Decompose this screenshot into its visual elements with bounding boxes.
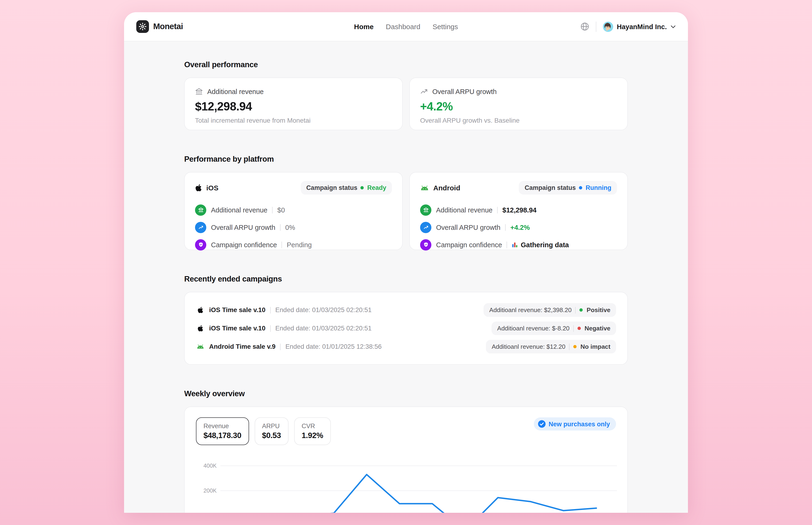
metric-value: Gathering data xyxy=(512,241,569,249)
metric-row: Campaign confidence xyxy=(420,236,617,253)
impact-label: Negative xyxy=(585,325,610,332)
status-value: Running xyxy=(586,184,611,191)
android-icon xyxy=(196,344,204,349)
apple-icon xyxy=(196,306,204,314)
nav-settings[interactable]: Settings xyxy=(432,22,458,31)
monetai-logo-icon xyxy=(136,20,149,33)
android-platform-card: Android Campaign status Running xyxy=(409,172,628,250)
section-title: Recently ended campaigns xyxy=(184,274,628,283)
campaign-row: iOS Time sale v.10 Ended date: 01/03/202… xyxy=(196,301,616,319)
metric-row: Campaign confidence Pending xyxy=(195,236,392,253)
divider xyxy=(576,307,576,313)
campaign-ended-date: Ended date: 01/03/2025 02:20:51 xyxy=(275,325,372,332)
section-title: Weekly overview xyxy=(184,389,628,398)
impact-dot xyxy=(578,327,581,330)
account-name: HayanMind Inc. xyxy=(617,23,667,30)
campaign-row: Android Time sale v.9 Ended date: 01/01/… xyxy=(196,338,616,356)
trend-up-icon xyxy=(195,222,206,233)
platform-name: iOS xyxy=(206,184,218,192)
brand-logo[interactable]: Monetai xyxy=(136,20,183,33)
trend-up-icon xyxy=(420,222,431,233)
app-window: Monetai Home Dashboard Settings xyxy=(124,12,688,513)
svg-text:400K: 400K xyxy=(203,463,217,469)
status-dot xyxy=(579,186,582,190)
metric-value: $0 xyxy=(277,206,285,214)
metric-row: Overall ARPU growth 0% xyxy=(195,219,392,236)
chevron-down-icon xyxy=(671,25,676,28)
ios-platform-card: iOS Campaign status Ready xyxy=(184,172,403,250)
metric-value: Pending xyxy=(287,241,312,249)
arpu-growth-card: Overall ARPU growth +4.2% Overall ARPU g… xyxy=(409,77,628,130)
section-title: Performance by platfrom xyxy=(184,155,628,164)
divider xyxy=(270,307,271,313)
avatar xyxy=(603,21,613,32)
shield-check-icon xyxy=(420,239,431,250)
stat-label: Overall ARPU growth xyxy=(432,88,497,95)
stat-value: $12,298.94 xyxy=(195,100,392,113)
globe-icon[interactable] xyxy=(580,22,589,31)
campaign-name: iOS Time sale v.10 xyxy=(209,325,265,332)
section-recent-campaigns: Recently ended campaigns iOS Time sale v… xyxy=(184,274,628,365)
revenue-line-chart: 0100K200K400K08/2509/0109/0809/1509/2209… xyxy=(196,456,616,513)
section-performance-by-platform: Performance by platfrom iOS xyxy=(184,155,628,250)
weekly-overview-card: Revenue $48,178.30 ARPU $0.53 CVR 1.92% xyxy=(184,407,628,513)
stat-caption: Overall ARPU growth vs. Baseline xyxy=(420,117,617,124)
main-nav: Home Dashboard Settings xyxy=(354,22,458,31)
stat-caption: Total incremental revenue from Monetai xyxy=(195,117,392,124)
metric-value: $12,298.94 xyxy=(502,206,536,214)
platform-name: Android xyxy=(433,184,460,192)
top-bar: Monetai Home Dashboard Settings xyxy=(124,12,688,41)
nav-dashboard[interactable]: Dashboard xyxy=(386,22,420,31)
header-divider xyxy=(596,21,596,32)
bar-chart-icon xyxy=(512,242,518,248)
nav-home[interactable]: Home xyxy=(354,22,373,31)
campaign-row: iOS Time sale v.10 Ended date: 01/03/202… xyxy=(196,319,616,338)
apple-icon xyxy=(195,184,202,192)
divider xyxy=(272,207,273,213)
metric-tabs: Revenue $48,178.30 ARPU $0.53 CVR 1.92% xyxy=(196,417,331,445)
bank-icon xyxy=(195,204,206,215)
section-overall-performance: Overall performance Additional r xyxy=(184,60,628,130)
impact-dot xyxy=(573,345,577,348)
main-content: Overall performance Additional r xyxy=(124,41,688,513)
new-purchases-filter[interactable]: New purchases only xyxy=(534,417,616,431)
impact-dot xyxy=(580,308,583,312)
bank-icon xyxy=(195,87,203,95)
section-title: Overall performance xyxy=(184,60,628,69)
svg-text:100K: 100K xyxy=(203,512,217,513)
metric-row: Additional revenue $0 xyxy=(195,201,392,219)
campaign-name: iOS Time sale v.10 xyxy=(209,306,265,314)
metric-row: Overall ARPU growth +4.2% xyxy=(420,219,617,236)
divider xyxy=(569,343,570,350)
metric-tab-arpu[interactable]: ARPU $0.53 xyxy=(255,417,289,445)
stat-label: Additional revenue xyxy=(207,88,264,95)
status-dot xyxy=(361,186,364,190)
metric-value: +4.2% xyxy=(510,224,530,231)
bank-icon xyxy=(420,204,431,215)
campaign-status-badge: Campaign status Ready xyxy=(301,181,392,195)
status-value: Ready xyxy=(367,184,386,191)
campaign-status-badge: Campaign status Running xyxy=(519,181,617,195)
divider xyxy=(507,241,507,248)
divider xyxy=(270,325,271,332)
campaign-name: Android Time sale v.9 xyxy=(209,343,276,350)
account-menu[interactable]: HayanMind Inc. xyxy=(603,21,676,32)
metric-tab-cvr[interactable]: CVR 1.92% xyxy=(294,417,331,445)
section-weekly-overview: Weekly overview Revenue $48,178.30 ARPU … xyxy=(184,389,628,513)
divider xyxy=(497,207,497,213)
metric-tab-revenue[interactable]: Revenue $48,178.30 xyxy=(196,417,249,445)
metric-row: Additional revenue $12,298.94 xyxy=(420,201,617,219)
svg-text:200K: 200K xyxy=(203,487,217,494)
campaign-ended-date: Ended date: 01/01/2025 12:38:56 xyxy=(286,343,382,350)
campaigns-card: iOS Time sale v.10 Ended date: 01/03/202… xyxy=(184,292,628,365)
divider xyxy=(280,224,280,230)
campaign-impact-badge: Additioanl revenue: $2,398.20 Positive xyxy=(484,303,616,317)
impact-label: No impact xyxy=(581,343,611,350)
metric-value: 0% xyxy=(285,224,295,231)
campaign-impact-badge: Additioanl revenue: $12.20 No impact xyxy=(486,340,616,354)
brand-name: Monetai xyxy=(153,21,183,31)
top-right-controls: HayanMind Inc. xyxy=(580,21,676,32)
shield-check-icon xyxy=(195,239,206,250)
trend-up-icon xyxy=(420,87,428,95)
divider xyxy=(282,241,282,248)
